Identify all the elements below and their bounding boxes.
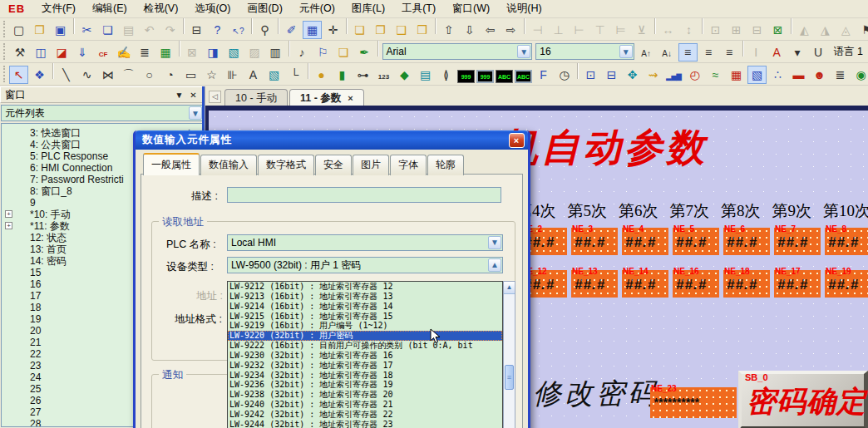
- dropdown-option[interactable]: LW-9215 (16bit) : 地址索引寄存器 15: [228, 312, 502, 322]
- chevron-down-icon[interactable]: ▼: [189, 106, 202, 120]
- alarm-display-icon[interactable]: ☻: [810, 66, 829, 84]
- tab-scroll-left-icon[interactable]: ◁: [209, 91, 221, 103]
- freehand-tool-icon[interactable]: ∿: [77, 66, 96, 84]
- numeric-input-object[interactable]: NE_13##.#: [571, 270, 618, 298]
- corner-tool-icon[interactable]: └: [285, 66, 304, 84]
- group-library-icon[interactable]: ▥: [266, 43, 285, 61]
- plc-name-select[interactable]: Local HMI ▼: [227, 234, 503, 251]
- font-family-select[interactable]: Arial ▼: [382, 43, 533, 60]
- dialog-tab[interactable]: 字体: [390, 155, 427, 175]
- numeric-input-object[interactable]: NE_3##.#: [571, 228, 618, 255]
- numeric-input-object[interactable]: NE_16##.#: [673, 270, 719, 298]
- rectangle-tool-icon[interactable]: ▭: [181, 66, 200, 84]
- select-tool-icon[interactable]: ↖: [9, 66, 28, 84]
- menu-item[interactable]: 检视(V): [136, 1, 187, 16]
- underline-icon[interactable]: U: [809, 43, 828, 61]
- multi-state-switch-icon[interactable]: ▤: [416, 66, 435, 84]
- toolbar-grip[interactable]: [3, 43, 7, 60]
- polygon-tool-icon[interactable]: ☆: [202, 66, 221, 84]
- password-confirm-button[interactable]: SB_0 密码确定: [738, 371, 868, 428]
- new-file-icon[interactable]: ▢: [9, 21, 28, 39]
- grid-icon[interactable]: ▦: [303, 21, 322, 39]
- numeric-input-icon[interactable]: 999: [476, 70, 494, 83]
- send-backward-icon[interactable]: ❒: [412, 21, 432, 39]
- dropdown-option[interactable]: LW-9238 (32bit) : 地址索引寄存器 20: [228, 390, 502, 400]
- dropdown-option[interactable]: LW-9242 (32bit) : 地址索引寄存器 22: [228, 410, 502, 420]
- dropdown-option[interactable]: LW-9222 (16bit) : 目前用户可操作的类别 (bit 0:A, b…: [228, 341, 502, 351]
- numeric-input-object[interactable]: NE_4##.#: [622, 228, 668, 255]
- enlarge-font-icon[interactable]: A↑: [637, 45, 656, 63]
- dialog-tab[interactable]: 数字格式: [258, 155, 314, 175]
- chevron-down-icon[interactable]: ▼: [619, 45, 633, 58]
- numeric-input-object[interactable]: NE_8##.#: [825, 228, 868, 255]
- language-label[interactable]: 语言 1: [829, 45, 868, 59]
- ascii-input-icon[interactable]: ABC: [515, 70, 532, 83]
- online-simulation-icon[interactable]: ◫: [32, 43, 51, 61]
- bar-graph-icon[interactable]: ▂▅▇: [664, 67, 683, 86]
- scatter-icon[interactable]: ∴: [768, 66, 787, 84]
- direct-window-icon[interactable]: ⊟: [602, 66, 621, 84]
- numeric-input-object[interactable]: NE_18##.#: [723, 270, 770, 298]
- dropdown-option[interactable]: LW-9244 (32bit) : 地址索引寄存器 23: [228, 420, 502, 428]
- font-color-dropdown-icon[interactable]: ▾: [788, 43, 807, 61]
- data-table-icon[interactable]: ▦: [156, 43, 175, 61]
- picture-manager-icon[interactable]: ▧: [224, 43, 244, 61]
- nudge-down-icon[interactable]: ⇩: [460, 21, 479, 39]
- function-key-icon[interactable]: F: [534, 66, 553, 84]
- expand-icon[interactable]: +: [5, 210, 12, 218]
- device-type-select[interactable]: LW-9500 (32bit) : 用户 1 密码 ▲: [227, 257, 503, 273]
- csv-export-icon[interactable]: ≣: [136, 43, 155, 61]
- pie-tool-icon[interactable]: ◔: [160, 66, 180, 84]
- chevron-down-icon[interactable]: ▼: [488, 236, 501, 249]
- picture-tool-icon[interactable]: ▧: [264, 66, 284, 84]
- dialog-tab[interactable]: 数值输入: [200, 155, 257, 175]
- dropdown-option[interactable]: LW-9236 (32bit) : 地址索引寄存器 19: [228, 380, 502, 390]
- set-bit-icon[interactable]: ⊶: [353, 66, 372, 84]
- canvas-title-text[interactable]: 机自动参数: [500, 122, 708, 174]
- dropdown-option[interactable]: LW-9219 (16bit) : 用户编号 (1~12): [228, 321, 502, 331]
- circle-tool-icon[interactable]: ○: [140, 66, 159, 84]
- nudge-right-icon[interactable]: ⇨: [501, 21, 520, 39]
- panel-menu-icon[interactable]: ▼: [173, 89, 185, 101]
- polyline-tool-icon[interactable]: ⋈: [98, 66, 117, 84]
- meter-display-icon[interactable]: ◴: [685, 66, 704, 84]
- numeric-input-object[interactable]: NE_17##.#: [774, 270, 821, 298]
- save-icon[interactable]: ▣: [51, 21, 70, 39]
- numeric-input-object[interactable]: NE_6##.#: [723, 228, 770, 255]
- scale-tool-icon[interactable]: ⊪: [223, 66, 242, 84]
- numeric-input-object[interactable]: NE_5##.#: [673, 228, 719, 255]
- numeric-input-object[interactable]: NE_7##.#: [774, 228, 821, 255]
- dropdown-option[interactable]: LW-9220 (32bit) : 用户密码: [228, 331, 502, 341]
- help-icon[interactable]: ?: [208, 21, 227, 39]
- move-shape-icon[interactable]: ✥: [623, 66, 642, 84]
- ascii-display-icon[interactable]: ABC: [496, 70, 513, 83]
- text-align-right-icon[interactable]: ≡: [720, 43, 739, 61]
- bring-forward-icon[interactable]: ❑: [392, 21, 411, 39]
- dropdown-option[interactable]: LW-9240 (32bit) : 地址索引寄存器 21: [228, 400, 502, 410]
- set-word-icon[interactable]: 123: [374, 67, 393, 86]
- line-tool-icon[interactable]: ╲: [57, 66, 76, 84]
- alarm-bar-icon[interactable]: ▬: [789, 66, 808, 84]
- font-size-select[interactable]: 16 ▼: [535, 43, 634, 60]
- scheduler-icon[interactable]: ◉: [851, 66, 868, 84]
- chevron-up-icon[interactable]: ▲: [488, 258, 501, 272]
- slider-icon[interactable]: ≬: [436, 66, 456, 84]
- dialog-tab[interactable]: 图片: [353, 155, 389, 175]
- numeric-input-object[interactable]: NE_14##.#: [622, 270, 668, 298]
- close-icon[interactable]: ×: [509, 133, 525, 148]
- cf-card-icon[interactable]: CF: [94, 45, 113, 63]
- dialog-tab[interactable]: 轮廓: [427, 155, 464, 175]
- numeric-input-object[interactable]: NE_19##.#: [825, 270, 868, 298]
- window-tab[interactable]: 10 - 手动: [224, 89, 288, 106]
- panel-close-icon[interactable]: ✕: [187, 89, 200, 101]
- nudge-up-icon[interactable]: ⇧: [439, 21, 458, 39]
- offline-simulation-icon[interactable]: ◪: [52, 43, 72, 61]
- label-library-icon[interactable]: ⚐: [313, 43, 333, 61]
- change-password-label[interactable]: 修改密码: [533, 375, 659, 413]
- word-lamp-icon[interactable]: ▮: [333, 66, 352, 84]
- scrollbar-thumb[interactable]: [505, 365, 514, 390]
- shrink-font-icon[interactable]: A↓: [658, 45, 677, 63]
- open-folder-icon[interactable]: ❐: [30, 21, 49, 39]
- snap-icon[interactable]: ✛: [323, 21, 343, 39]
- dropdown-option[interactable]: LW-9214 (16bit) : 地址索引寄存器 14: [228, 302, 502, 312]
